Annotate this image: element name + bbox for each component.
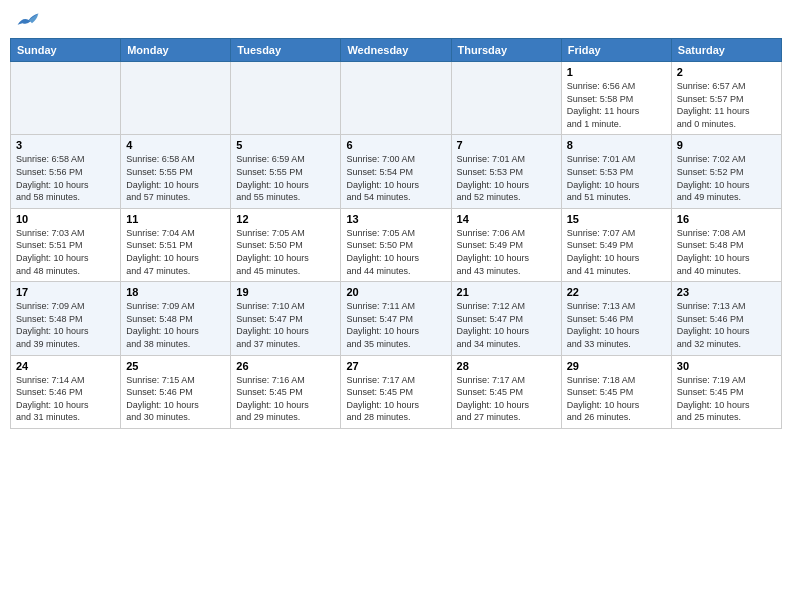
weekday-header-monday: Monday — [121, 39, 231, 62]
day-info: Sunrise: 7:05 AM Sunset: 5:50 PM Dayligh… — [236, 227, 335, 277]
day-info: Sunrise: 7:11 AM Sunset: 5:47 PM Dayligh… — [346, 300, 445, 350]
day-number: 20 — [346, 286, 445, 298]
day-number: 4 — [126, 139, 225, 151]
day-info: Sunrise: 7:03 AM Sunset: 5:51 PM Dayligh… — [16, 227, 115, 277]
calendar-cell: 27Sunrise: 7:17 AM Sunset: 5:45 PM Dayli… — [341, 355, 451, 428]
calendar-cell: 4Sunrise: 6:58 AM Sunset: 5:55 PM Daylig… — [121, 135, 231, 208]
calendar-cell: 6Sunrise: 7:00 AM Sunset: 5:54 PM Daylig… — [341, 135, 451, 208]
weekday-header-row: SundayMondayTuesdayWednesdayThursdayFrid… — [11, 39, 782, 62]
day-info: Sunrise: 7:05 AM Sunset: 5:50 PM Dayligh… — [346, 227, 445, 277]
calendar-cell: 26Sunrise: 7:16 AM Sunset: 5:45 PM Dayli… — [231, 355, 341, 428]
calendar-cell: 11Sunrise: 7:04 AM Sunset: 5:51 PM Dayli… — [121, 208, 231, 281]
day-number: 6 — [346, 139, 445, 151]
calendar-cell: 22Sunrise: 7:13 AM Sunset: 5:46 PM Dayli… — [561, 282, 671, 355]
day-number: 29 — [567, 360, 666, 372]
day-number: 22 — [567, 286, 666, 298]
day-info: Sunrise: 7:01 AM Sunset: 5:53 PM Dayligh… — [567, 153, 666, 203]
weekday-header-friday: Friday — [561, 39, 671, 62]
calendar-cell: 14Sunrise: 7:06 AM Sunset: 5:49 PM Dayli… — [451, 208, 561, 281]
day-number: 24 — [16, 360, 115, 372]
weekday-header-tuesday: Tuesday — [231, 39, 341, 62]
day-info: Sunrise: 7:10 AM Sunset: 5:47 PM Dayligh… — [236, 300, 335, 350]
day-number: 7 — [457, 139, 556, 151]
day-info: Sunrise: 7:15 AM Sunset: 5:46 PM Dayligh… — [126, 374, 225, 424]
day-info: Sunrise: 7:13 AM Sunset: 5:46 PM Dayligh… — [567, 300, 666, 350]
day-number: 2 — [677, 66, 776, 78]
logo-bird-icon — [16, 10, 40, 30]
calendar-week-1: 1Sunrise: 6:56 AM Sunset: 5:58 PM Daylig… — [11, 62, 782, 135]
calendar-cell: 7Sunrise: 7:01 AM Sunset: 5:53 PM Daylig… — [451, 135, 561, 208]
day-info: Sunrise: 7:16 AM Sunset: 5:45 PM Dayligh… — [236, 374, 335, 424]
logo — [14, 10, 40, 30]
calendar-cell: 28Sunrise: 7:17 AM Sunset: 5:45 PM Dayli… — [451, 355, 561, 428]
calendar-cell: 5Sunrise: 6:59 AM Sunset: 5:55 PM Daylig… — [231, 135, 341, 208]
day-info: Sunrise: 7:02 AM Sunset: 5:52 PM Dayligh… — [677, 153, 776, 203]
calendar-cell: 1Sunrise: 6:56 AM Sunset: 5:58 PM Daylig… — [561, 62, 671, 135]
day-info: Sunrise: 7:00 AM Sunset: 5:54 PM Dayligh… — [346, 153, 445, 203]
calendar-cell: 2Sunrise: 6:57 AM Sunset: 5:57 PM Daylig… — [671, 62, 781, 135]
day-info: Sunrise: 7:18 AM Sunset: 5:45 PM Dayligh… — [567, 374, 666, 424]
calendar-cell: 20Sunrise: 7:11 AM Sunset: 5:47 PM Dayli… — [341, 282, 451, 355]
calendar-cell: 17Sunrise: 7:09 AM Sunset: 5:48 PM Dayli… — [11, 282, 121, 355]
calendar-cell — [231, 62, 341, 135]
page-header — [10, 10, 782, 30]
calendar-cell: 3Sunrise: 6:58 AM Sunset: 5:56 PM Daylig… — [11, 135, 121, 208]
day-number: 23 — [677, 286, 776, 298]
day-info: Sunrise: 7:06 AM Sunset: 5:49 PM Dayligh… — [457, 227, 556, 277]
day-info: Sunrise: 6:56 AM Sunset: 5:58 PM Dayligh… — [567, 80, 666, 130]
day-number: 18 — [126, 286, 225, 298]
day-number: 8 — [567, 139, 666, 151]
day-number: 28 — [457, 360, 556, 372]
day-number: 26 — [236, 360, 335, 372]
day-info: Sunrise: 7:01 AM Sunset: 5:53 PM Dayligh… — [457, 153, 556, 203]
calendar-cell — [121, 62, 231, 135]
calendar-cell: 29Sunrise: 7:18 AM Sunset: 5:45 PM Dayli… — [561, 355, 671, 428]
calendar-cell: 21Sunrise: 7:12 AM Sunset: 5:47 PM Dayli… — [451, 282, 561, 355]
weekday-header-sunday: Sunday — [11, 39, 121, 62]
day-info: Sunrise: 6:57 AM Sunset: 5:57 PM Dayligh… — [677, 80, 776, 130]
day-info: Sunrise: 7:07 AM Sunset: 5:49 PM Dayligh… — [567, 227, 666, 277]
day-info: Sunrise: 7:08 AM Sunset: 5:48 PM Dayligh… — [677, 227, 776, 277]
day-info: Sunrise: 7:14 AM Sunset: 5:46 PM Dayligh… — [16, 374, 115, 424]
calendar-cell: 16Sunrise: 7:08 AM Sunset: 5:48 PM Dayli… — [671, 208, 781, 281]
day-number: 1 — [567, 66, 666, 78]
calendar-cell: 9Sunrise: 7:02 AM Sunset: 5:52 PM Daylig… — [671, 135, 781, 208]
day-info: Sunrise: 7:04 AM Sunset: 5:51 PM Dayligh… — [126, 227, 225, 277]
day-number: 17 — [16, 286, 115, 298]
calendar-cell: 18Sunrise: 7:09 AM Sunset: 5:48 PM Dayli… — [121, 282, 231, 355]
calendar-table: SundayMondayTuesdayWednesdayThursdayFrid… — [10, 38, 782, 429]
weekday-header-thursday: Thursday — [451, 39, 561, 62]
day-info: Sunrise: 7:19 AM Sunset: 5:45 PM Dayligh… — [677, 374, 776, 424]
calendar-week-3: 10Sunrise: 7:03 AM Sunset: 5:51 PM Dayli… — [11, 208, 782, 281]
day-number: 14 — [457, 213, 556, 225]
day-number: 11 — [126, 213, 225, 225]
calendar-cell: 8Sunrise: 7:01 AM Sunset: 5:53 PM Daylig… — [561, 135, 671, 208]
calendar-cell: 10Sunrise: 7:03 AM Sunset: 5:51 PM Dayli… — [11, 208, 121, 281]
day-number: 12 — [236, 213, 335, 225]
calendar-cell — [451, 62, 561, 135]
calendar-week-5: 24Sunrise: 7:14 AM Sunset: 5:46 PM Dayli… — [11, 355, 782, 428]
day-number: 30 — [677, 360, 776, 372]
day-number: 13 — [346, 213, 445, 225]
day-number: 3 — [16, 139, 115, 151]
calendar-cell: 19Sunrise: 7:10 AM Sunset: 5:47 PM Dayli… — [231, 282, 341, 355]
day-info: Sunrise: 7:13 AM Sunset: 5:46 PM Dayligh… — [677, 300, 776, 350]
day-number: 25 — [126, 360, 225, 372]
calendar-cell: 23Sunrise: 7:13 AM Sunset: 5:46 PM Dayli… — [671, 282, 781, 355]
calendar-cell: 15Sunrise: 7:07 AM Sunset: 5:49 PM Dayli… — [561, 208, 671, 281]
weekday-header-saturday: Saturday — [671, 39, 781, 62]
calendar-cell: 30Sunrise: 7:19 AM Sunset: 5:45 PM Dayli… — [671, 355, 781, 428]
day-number: 16 — [677, 213, 776, 225]
day-number: 5 — [236, 139, 335, 151]
day-number: 9 — [677, 139, 776, 151]
calendar-cell: 25Sunrise: 7:15 AM Sunset: 5:46 PM Dayli… — [121, 355, 231, 428]
day-info: Sunrise: 6:58 AM Sunset: 5:55 PM Dayligh… — [126, 153, 225, 203]
day-info: Sunrise: 7:17 AM Sunset: 5:45 PM Dayligh… — [457, 374, 556, 424]
day-info: Sunrise: 7:12 AM Sunset: 5:47 PM Dayligh… — [457, 300, 556, 350]
day-info: Sunrise: 7:17 AM Sunset: 5:45 PM Dayligh… — [346, 374, 445, 424]
calendar-week-4: 17Sunrise: 7:09 AM Sunset: 5:48 PM Dayli… — [11, 282, 782, 355]
day-info: Sunrise: 7:09 AM Sunset: 5:48 PM Dayligh… — [16, 300, 115, 350]
calendar-cell — [11, 62, 121, 135]
day-info: Sunrise: 6:58 AM Sunset: 5:56 PM Dayligh… — [16, 153, 115, 203]
calendar-cell: 12Sunrise: 7:05 AM Sunset: 5:50 PM Dayli… — [231, 208, 341, 281]
